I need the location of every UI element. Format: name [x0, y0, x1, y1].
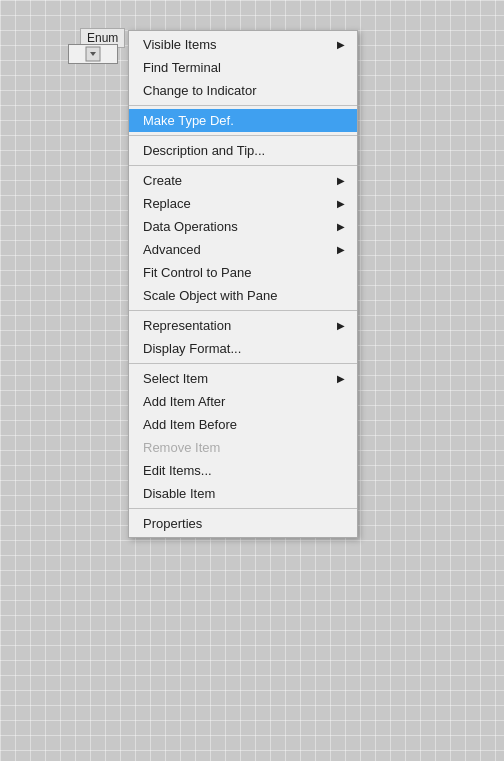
menu-item-label-description-and-tip: Description and Tip... — [143, 143, 265, 158]
menu-separator — [129, 105, 357, 106]
menu-separator — [129, 363, 357, 364]
menu-item-label-replace: Replace — [143, 196, 191, 211]
menu-item-label-find-terminal: Find Terminal — [143, 60, 221, 75]
menu-item-label-advanced: Advanced — [143, 242, 201, 257]
menu-item-label-make-type-def: Make Type Def. — [143, 113, 234, 128]
menu-item-add-item-after[interactable]: Add Item After — [129, 390, 357, 413]
submenu-arrow-visible-items: ▶ — [337, 39, 345, 50]
submenu-arrow-advanced: ▶ — [337, 244, 345, 255]
menu-item-edit-items[interactable]: Edit Items... — [129, 459, 357, 482]
menu-item-label-create: Create — [143, 173, 182, 188]
menu-item-visible-items[interactable]: Visible Items▶ — [129, 33, 357, 56]
menu-item-data-operations[interactable]: Data Operations▶ — [129, 215, 357, 238]
menu-item-representation[interactable]: Representation▶ — [129, 314, 357, 337]
submenu-arrow-replace: ▶ — [337, 198, 345, 209]
menu-separator — [129, 135, 357, 136]
menu-item-label-add-item-after: Add Item After — [143, 394, 225, 409]
context-menu: Visible Items▶Find TerminalChange to Ind… — [128, 30, 358, 538]
menu-item-label-display-format: Display Format... — [143, 341, 241, 356]
menu-item-label-representation: Representation — [143, 318, 231, 333]
menu-item-find-terminal[interactable]: Find Terminal — [129, 56, 357, 79]
submenu-arrow-select-item: ▶ — [337, 373, 345, 384]
menu-item-fit-control[interactable]: Fit Control to Pane — [129, 261, 357, 284]
menu-item-label-disable-item: Disable Item — [143, 486, 215, 501]
menu-item-label-remove-item: Remove Item — [143, 440, 220, 455]
menu-item-display-format[interactable]: Display Format... — [129, 337, 357, 360]
submenu-arrow-create: ▶ — [337, 175, 345, 186]
menu-item-make-type-def[interactable]: Make Type Def. — [129, 109, 357, 132]
menu-item-label-visible-items: Visible Items — [143, 37, 216, 52]
menu-item-replace[interactable]: Replace▶ — [129, 192, 357, 215]
enum-control[interactable] — [68, 44, 118, 64]
menu-item-select-item[interactable]: Select Item▶ — [129, 367, 357, 390]
menu-item-add-item-before[interactable]: Add Item Before — [129, 413, 357, 436]
menu-item-label-add-item-before: Add Item Before — [143, 417, 237, 432]
menu-item-label-properties: Properties — [143, 516, 202, 531]
submenu-arrow-data-operations: ▶ — [337, 221, 345, 232]
menu-item-advanced[interactable]: Advanced▶ — [129, 238, 357, 261]
submenu-arrow-representation: ▶ — [337, 320, 345, 331]
menu-item-label-scale-object: Scale Object with Pane — [143, 288, 277, 303]
menu-item-scale-object[interactable]: Scale Object with Pane — [129, 284, 357, 307]
menu-separator — [129, 165, 357, 166]
menu-item-remove-item: Remove Item — [129, 436, 357, 459]
menu-item-disable-item[interactable]: Disable Item — [129, 482, 357, 505]
menu-item-change-to-indicator[interactable]: Change to Indicator — [129, 79, 357, 102]
menu-separator — [129, 310, 357, 311]
menu-item-label-select-item: Select Item — [143, 371, 208, 386]
menu-item-description-and-tip[interactable]: Description and Tip... — [129, 139, 357, 162]
menu-item-label-change-to-indicator: Change to Indicator — [143, 83, 256, 98]
menu-item-create[interactable]: Create▶ — [129, 169, 357, 192]
menu-item-label-data-operations: Data Operations — [143, 219, 238, 234]
menu-separator — [129, 508, 357, 509]
menu-item-label-fit-control: Fit Control to Pane — [143, 265, 251, 280]
menu-item-properties[interactable]: Properties — [129, 512, 357, 535]
menu-item-label-edit-items: Edit Items... — [143, 463, 212, 478]
